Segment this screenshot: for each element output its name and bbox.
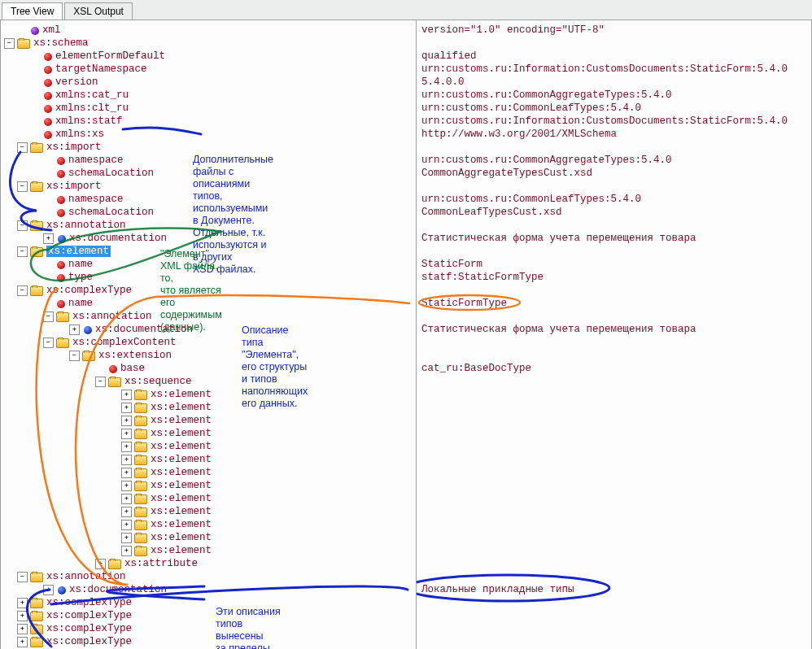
node-name[interactable]: name: [68, 298, 93, 309]
folder-icon: [134, 416, 147, 426]
expander-icon[interactable]: −: [17, 572, 28, 582]
node-complexType[interactable]: xs:complexType: [46, 636, 132, 647]
expander-icon[interactable]: −: [4, 38, 15, 49]
expander-icon[interactable]: +: [17, 598, 28, 608]
expander-icon[interactable]: −: [17, 181, 28, 192]
expander-icon[interactable]: +: [17, 624, 28, 634]
node-xmlns-xs[interactable]: xmlns:xs: [55, 128, 104, 140]
expander-icon[interactable]: +: [121, 481, 132, 491]
folder-icon: [134, 521, 147, 530]
tree-panel[interactable]: xml −xs:schema elementFormDefault target…: [1, 20, 416, 649]
attr-icon: [109, 365, 117, 373]
expander-icon[interactable]: −: [17, 285, 28, 296]
expander-icon[interactable]: +: [121, 533, 132, 543]
folder-icon: [134, 481, 147, 491]
node-seq-element[interactable]: xs:element: [151, 389, 212, 400]
node-seq-element[interactable]: xs:element: [151, 519, 212, 530]
node-seq-element[interactable]: xs:element: [151, 545, 212, 556]
expander-icon[interactable]: +: [121, 520, 132, 530]
folder-icon: [134, 468, 147, 478]
node-seq-element[interactable]: xs:element: [151, 441, 212, 452]
node-xmlns-cat-ru[interactable]: xmlns:cat_ru: [55, 89, 129, 101]
expander-icon[interactable]: +: [43, 585, 54, 595]
node-seq-element[interactable]: xs:element: [151, 402, 212, 413]
attr-icon: [44, 118, 52, 126]
node-complexContent[interactable]: xs:complexContent: [72, 337, 177, 348]
node-xml[interactable]: xml: [42, 24, 61, 36]
node-annotation[interactable]: xs:annotation: [46, 571, 126, 582]
expander-icon[interactable]: +: [121, 494, 132, 504]
folder-icon: [134, 403, 147, 413]
expander-icon[interactable]: +: [121, 455, 132, 465]
folder-icon: [108, 377, 121, 387]
node-documentation[interactable]: xs:documentation: [95, 324, 193, 335]
value-xs: http://www.w3.org/2001/XMLSchema: [421, 128, 806, 141]
expander-icon[interactable]: +: [69, 324, 80, 335]
node-version[interactable]: version: [55, 76, 98, 88]
tab-tree-view[interactable]: Tree View: [2, 2, 63, 20]
expander-icon[interactable]: −: [17, 246, 28, 257]
expander-icon[interactable]: +: [121, 429, 132, 439]
svg-point-0: [419, 295, 520, 310]
node-sequence[interactable]: xs:sequence: [124, 376, 192, 387]
node-seq-element[interactable]: xs:element: [151, 454, 212, 465]
node-type[interactable]: type: [68, 272, 93, 283]
node-seq-element[interactable]: xs:element: [151, 532, 212, 543]
svg-point-1: [416, 575, 609, 601]
node-elementFormDefault[interactable]: elementFormDefault: [55, 50, 165, 62]
folder-icon: [134, 390, 147, 400]
node-namespace[interactable]: namespace: [68, 194, 124, 205]
node-xmlns-statf[interactable]: xmlns:statf: [55, 115, 123, 127]
node-extension[interactable]: xs:extension: [98, 350, 172, 361]
node-schema[interactable]: xs:schema: [33, 37, 89, 49]
node-seq-element[interactable]: xs:element: [151, 493, 212, 504]
node-complexType[interactable]: xs:complexType: [46, 623, 132, 634]
node-seq-element[interactable]: xs:element: [151, 415, 212, 426]
node-name[interactable]: name: [68, 259, 93, 270]
expander-icon[interactable]: −: [17, 142, 28, 153]
expander-icon[interactable]: +: [121, 390, 132, 400]
expander-icon[interactable]: +: [121, 416, 132, 426]
expander-icon[interactable]: +: [43, 233, 54, 244]
expander-icon[interactable]: −: [43, 338, 54, 348]
node-namespace[interactable]: namespace: [68, 155, 124, 166]
node-seq-element[interactable]: xs:element: [151, 480, 212, 491]
node-schemaLocation[interactable]: schemaLocation: [68, 207, 154, 218]
expander-icon[interactable]: +: [121, 507, 132, 517]
node-attribute[interactable]: xs:attribute: [124, 558, 198, 569]
expander-icon[interactable]: −: [17, 220, 28, 231]
node-import[interactable]: xs:import: [46, 181, 102, 192]
expander-icon[interactable]: +: [17, 611, 28, 621]
value-doc1: Статистическая форма учета перемещения т…: [421, 232, 806, 245]
node-complexType[interactable]: xs:complexType: [46, 597, 132, 608]
node-documentation[interactable]: xs:documentation: [69, 233, 167, 244]
expander-icon[interactable]: −: [43, 311, 54, 322]
expander-icon[interactable]: +: [95, 559, 106, 569]
node-seq-element[interactable]: xs:element: [151, 506, 212, 517]
node-targetNamespace[interactable]: targetNamespace: [55, 63, 147, 75]
node-base[interactable]: base: [120, 363, 145, 374]
value-imp2ns: urn:customs.ru:CommonLeafTypes:5.4.0: [421, 193, 806, 206]
node-import[interactable]: xs:import: [46, 142, 102, 153]
expander-icon[interactable]: +: [121, 546, 132, 556]
expander-icon[interactable]: +: [121, 468, 132, 478]
node-complexType[interactable]: xs:complexType: [46, 285, 132, 296]
node-xmlns-clt-ru[interactable]: xmlns:clt_ru: [55, 102, 129, 114]
node-annotation[interactable]: xs:annotation: [46, 220, 126, 231]
node-seq-element[interactable]: xs:element: [151, 428, 212, 439]
folder-icon: [30, 182, 43, 192]
node-element-selected[interactable]: xs:element: [46, 246, 111, 257]
expander-icon[interactable]: −: [95, 377, 106, 387]
node-annotation[interactable]: xs:annotation: [72, 311, 152, 322]
expander-icon[interactable]: +: [17, 637, 28, 647]
expander-icon[interactable]: +: [121, 442, 132, 452]
annotation-circle: [416, 572, 638, 606]
node-complexType[interactable]: xs:complexType: [46, 610, 132, 621]
tab-xsl-output[interactable]: XSL Output: [64, 2, 133, 20]
attr-icon: [57, 274, 65, 282]
expander-icon[interactable]: −: [69, 351, 80, 361]
expander-icon[interactable]: +: [121, 403, 132, 413]
node-seq-element[interactable]: xs:element: [151, 467, 212, 478]
node-schemaLocation[interactable]: schemaLocation: [68, 168, 154, 179]
node-documentation[interactable]: xs:documentation: [69, 584, 167, 595]
